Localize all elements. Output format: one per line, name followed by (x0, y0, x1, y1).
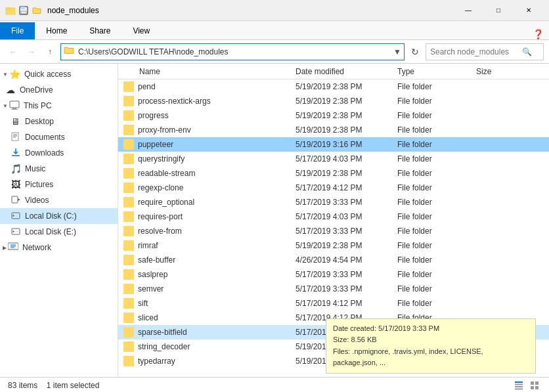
folder-icon (123, 168, 134, 179)
tab-view[interactable]: View (121, 22, 161, 39)
folder-icon (123, 96, 134, 106)
close-button[interactable]: ✕ (514, 0, 544, 21)
music-label: Music (25, 164, 45, 173)
tab-home[interactable]: Home (35, 22, 78, 39)
table-row[interactable]: saslprep 5/17/2019 3:33 PM File folder (118, 267, 549, 282)
sidebar-item-desktop[interactable]: 🖥 Desktop (0, 114, 118, 129)
svg-marker-14 (18, 198, 20, 201)
tab-file[interactable]: File (0, 22, 35, 39)
sidebar-item-local-disk-c[interactable]: Local Disk (C:) (0, 208, 118, 224)
details-view-button[interactable] (512, 379, 525, 392)
folder-icon (123, 211, 134, 222)
sidebar-item-documents[interactable]: Documents (0, 129, 118, 145)
address-bar: ← → ↑ C:\Users\GODWILL TETAH\node_module… (0, 40, 549, 64)
sidebar-item-network[interactable]: ▶ Network (0, 240, 118, 255)
svg-rect-32 (535, 386, 538, 389)
sidebar-item-this-pc[interactable]: ▼ This PC (0, 98, 118, 114)
minimize-button[interactable]: — (453, 0, 483, 21)
sidebar-item-videos[interactable]: Videos (0, 192, 118, 208)
file-date: 5/19/2019 2:38 PM (296, 97, 397, 106)
file-type: File folder (397, 270, 476, 279)
table-row[interactable]: resolve-from 5/17/2019 3:33 PM File fold… (118, 224, 549, 238)
column-date[interactable]: Date modified (296, 64, 397, 79)
file-type: File folder (397, 82, 476, 91)
svg-rect-26 (515, 383, 523, 385)
table-row[interactable]: pend 5/19/2019 2:38 PM File folder (118, 79, 549, 94)
file-type: File folder (397, 97, 476, 106)
file-date: 5/17/2019 3:33 PM (296, 198, 397, 207)
sidebar-item-downloads[interactable]: Downloads (0, 145, 118, 161)
folder-icon (123, 183, 134, 193)
file-name: querystringify (118, 154, 296, 164)
column-size[interactable]: Size (476, 64, 529, 79)
sidebar-item-onedrive[interactable]: ☁ OneDrive (0, 82, 118, 98)
file-type: File folder (397, 241, 476, 250)
sidebar-item-local-disk-e[interactable]: Local Disk (E:) (0, 224, 118, 240)
back-button: ← (5, 44, 21, 60)
svg-rect-6 (12, 108, 16, 109)
folder-icon (123, 341, 134, 352)
file-date: 5/17/2019 4:03 PM (296, 212, 397, 221)
address-dropdown-button[interactable]: ▼ (391, 44, 404, 60)
refresh-button[interactable]: ↻ (407, 43, 423, 60)
sidebar-item-music[interactable]: 🎵 Music (0, 161, 118, 177)
this-pc-icon (9, 100, 20, 112)
tab-share[interactable]: Share (78, 22, 121, 39)
folder-icon (123, 154, 134, 164)
file-name: regexp-clone (118, 183, 296, 193)
network-label: Network (22, 243, 51, 252)
svg-rect-1 (6, 8, 10, 10)
table-row[interactable]: safe-buffer 4/26/2019 4:54 PM File folde… (118, 253, 549, 267)
table-row[interactable]: sift 5/17/2019 4:12 PM File folder (118, 296, 549, 311)
file-type: File folder (397, 284, 476, 294)
this-pc-label: This PC (24, 101, 52, 110)
file-name: puppeteer (118, 139, 296, 150)
folder-icon (123, 356, 134, 366)
sidebar: ▼ ⭐ Quick access ☁ OneDrive ▼ This PC 🖥 … (0, 64, 118, 377)
status-item-count: 83 items 1 item selected (8, 381, 99, 390)
folder-icon (123, 240, 134, 251)
sidebar-item-quick-access[interactable]: ▼ ⭐ Quick access (0, 66, 118, 82)
maximize-button[interactable]: □ (483, 0, 514, 21)
folder-icon (123, 255, 134, 265)
onedrive-label: OneDrive (20, 85, 53, 95)
file-type: File folder (397, 198, 476, 207)
file-name: semver (118, 284, 296, 294)
folder-icon-title (32, 5, 42, 16)
table-row[interactable]: semver 5/17/2019 3:33 PM File folder (118, 282, 549, 296)
file-list-header: Name Date modified Type Size (118, 64, 549, 79)
file-name: proxy-from-env (118, 125, 296, 135)
pictures-icon: 🖼 (11, 179, 21, 190)
file-type: File folder (397, 255, 476, 265)
table-row[interactable]: process-nextick-args 5/19/2019 2:38 PM F… (118, 94, 549, 108)
table-row[interactable]: requires-port 5/17/2019 4:03 PM File fol… (118, 209, 549, 224)
search-input[interactable] (430, 47, 522, 56)
downloads-label: Downloads (25, 148, 64, 158)
table-row[interactable]: regexp-clone 5/17/2019 4:12 PM File fold… (118, 181, 549, 195)
svg-rect-4 (21, 11, 26, 14)
sidebar-item-pictures[interactable]: 🖼 Pictures (0, 177, 118, 192)
local-disk-e-label: Local Disk (E:) (25, 227, 76, 236)
file-type: File folder (397, 111, 476, 120)
file-type: File folder (397, 140, 476, 149)
file-type: File folder (397, 154, 476, 163)
table-row[interactable]: puppeteer 5/19/2019 3:16 PM File folder (118, 137, 549, 152)
file-tooltip: Date created: 5/17/2019 3:33 PM Size: 8.… (326, 318, 536, 374)
file-date: 5/17/2019 4:12 PM (296, 183, 397, 192)
svg-rect-27 (515, 386, 523, 387)
table-row[interactable]: proxy-from-env 5/19/2019 2:38 PM File fo… (118, 123, 549, 137)
column-type[interactable]: Type (397, 64, 476, 79)
up-button[interactable]: ↑ (42, 44, 58, 60)
table-row[interactable]: require_optional 5/17/2019 3:33 PM File … (118, 195, 549, 209)
large-icons-view-button[interactable] (528, 379, 541, 392)
help-button[interactable]: ❓ (533, 29, 544, 39)
music-icon: 🎵 (11, 163, 21, 174)
column-name[interactable]: Name (118, 64, 296, 79)
table-row[interactable]: readable-stream 5/19/2019 2:38 PM File f… (118, 166, 549, 181)
file-name: safe-buffer (118, 255, 296, 265)
svg-rect-7 (11, 109, 18, 110)
address-input-wrapper[interactable]: C:\Users\GODWILL TETAH\node_modules ▼ (60, 43, 405, 60)
table-row[interactable]: querystringify 5/17/2019 4:03 PM File fo… (118, 152, 549, 166)
table-row[interactable]: progress 5/19/2019 2:38 PM File folder (118, 108, 549, 123)
table-row[interactable]: rimraf 5/19/2019 2:38 PM File folder (118, 238, 549, 253)
